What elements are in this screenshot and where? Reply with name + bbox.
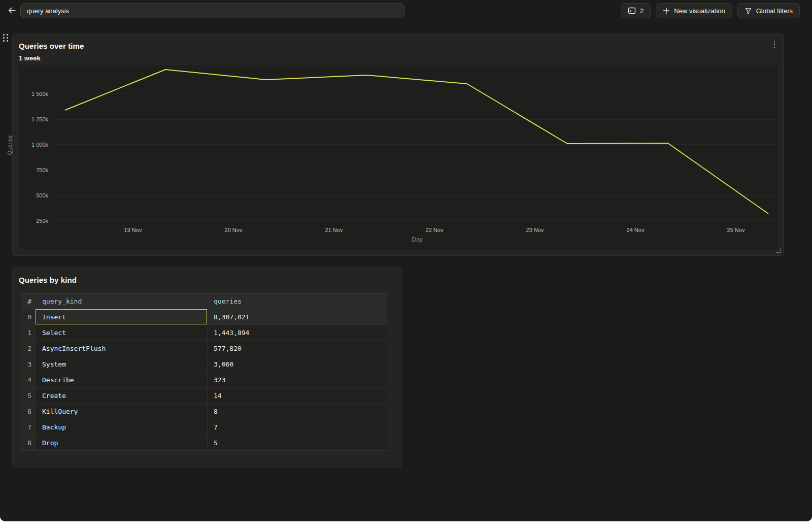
table-row[interactable]: 4Describe323: [21, 372, 387, 387]
global-filters-button[interactable]: Global filters: [737, 3, 800, 18]
queries-value-cell[interactable]: 323: [207, 372, 387, 387]
x-tick-label: 24 Nov: [615, 226, 656, 234]
table-row[interactable]: 6KillQuery8: [21, 403, 387, 419]
table-panel-title: Queries by kind: [19, 276, 77, 284]
topbar: 2 New visualization Global filters: [0, 0, 812, 21]
x-tick-label: 19 Nov: [113, 226, 153, 234]
row-index-cell[interactable]: 3: [21, 356, 36, 372]
x-tick-label: 20 Nov: [213, 226, 254, 234]
queries-value-cell[interactable]: 5: [207, 435, 387, 450]
queries-by-kind-panel: Queries by kind # query_kind queries 0In…: [12, 268, 401, 468]
chart-options-kebab-icon[interactable]: [769, 39, 780, 50]
table-body: 0Insert8,307,0211Select1,443,8942AsyncIn…: [21, 309, 387, 450]
y-tick-label: 250k: [19, 217, 48, 224]
new-visualization-label: New visualization: [674, 7, 725, 15]
panel-drag-handle[interactable]: [3, 34, 10, 44]
queries-value-cell[interactable]: 3,060: [207, 356, 387, 372]
queries-series-line: [65, 70, 768, 214]
column-header-index[interactable]: #: [21, 294, 36, 309]
chart-canvas[interactable]: Queries Day 1 500k1 250k1 000k750k500k25…: [19, 65, 778, 249]
queries-by-kind-table: # query_kind queries 0Insert8,307,0211Se…: [21, 293, 387, 451]
row-index-cell[interactable]: 5: [21, 388, 36, 403]
dashboard-title-input[interactable]: [20, 3, 404, 18]
table-row[interactable]: 2AsyncInsertFlush577,820: [21, 340, 387, 356]
query-kind-cell[interactable]: AsyncInsertFlush: [36, 341, 207, 356]
filter-funnel-icon: [745, 7, 752, 15]
queries-over-time-panel: Queries over time 1 week Queries Day 1 5…: [12, 34, 784, 256]
queries-value-cell[interactable]: 577,820: [207, 341, 387, 356]
query-kind-cell[interactable]: Create: [36, 388, 207, 403]
query-kind-cell[interactable]: Select: [36, 325, 207, 340]
column-header-queries[interactable]: queries: [207, 294, 387, 309]
column-header-query-kind[interactable]: query_kind: [36, 294, 207, 309]
row-index-cell[interactable]: 2: [21, 341, 36, 356]
row-index-cell[interactable]: 8: [21, 435, 36, 450]
console-icon: [628, 7, 636, 15]
query-kind-cell[interactable]: Drop: [36, 435, 207, 450]
query-kind-cell[interactable]: Insert: [36, 309, 207, 324]
queries-value-cell[interactable]: 1,443,894: [207, 325, 387, 340]
table-row[interactable]: 8Drop5: [21, 435, 387, 450]
query-kind-cell[interactable]: System: [36, 356, 207, 372]
queries-value-cell[interactable]: 8: [207, 404, 387, 419]
row-index-cell[interactable]: 7: [21, 419, 36, 435]
dashboard-page: 2 New visualization Global filters: [0, 0, 812, 521]
global-filters-label: Global filters: [756, 7, 793, 15]
row-index-cell[interactable]: 6: [21, 404, 36, 419]
table-header-row: # query_kind queries: [21, 294, 387, 309]
x-tick-label: 25 Nov: [716, 226, 756, 234]
query-kind-cell[interactable]: KillQuery: [36, 404, 207, 419]
queries-value-cell[interactable]: 8,307,021: [207, 309, 387, 324]
chart-panel-title: Queries over time: [19, 42, 84, 50]
query-kind-cell[interactable]: Describe: [36, 372, 207, 387]
table-row[interactable]: 1Select1,443,894: [21, 324, 387, 340]
x-tick-label: 22 Nov: [414, 226, 455, 234]
y-tick-label: 1 000k: [19, 141, 48, 148]
query-tabs-button[interactable]: 2: [621, 3, 651, 18]
query-tabs-count: 2: [640, 7, 644, 15]
panel-resize-handle[interactable]: [776, 248, 781, 253]
queries-line-chart[interactable]: [19, 65, 778, 249]
plus-icon: [663, 7, 670, 14]
table-row[interactable]: 5Create14: [21, 387, 387, 403]
row-index-cell[interactable]: 0: [21, 309, 36, 324]
x-tick-label: 21 Nov: [314, 226, 354, 234]
y-tick-label: 1 500k: [19, 90, 48, 97]
back-button[interactable]: [5, 5, 18, 18]
back-arrow-icon: [8, 6, 16, 16]
topbar-actions: 2 New visualization Global filters: [621, 3, 800, 18]
table-row[interactable]: 7Backup7: [21, 419, 387, 435]
y-tick-label: 1 250k: [19, 116, 48, 123]
y-tick-label: 750k: [19, 167, 48, 174]
row-index-cell[interactable]: 1: [21, 325, 36, 340]
queries-value-cell[interactable]: 14: [207, 388, 387, 403]
table-row[interactable]: 0Insert8,307,021: [21, 309, 387, 324]
queries-value-cell[interactable]: 7: [207, 419, 387, 435]
chart-panel-subtitle: 1 week: [19, 54, 41, 62]
new-visualization-button[interactable]: New visualization: [656, 3, 732, 18]
table-row[interactable]: 3System3,060: [21, 356, 387, 372]
y-tick-label: 500k: [19, 192, 48, 199]
x-tick-label: 23 Nov: [515, 226, 555, 234]
row-index-cell[interactable]: 4: [21, 372, 36, 387]
query-kind-cell[interactable]: Backup: [36, 419, 207, 435]
